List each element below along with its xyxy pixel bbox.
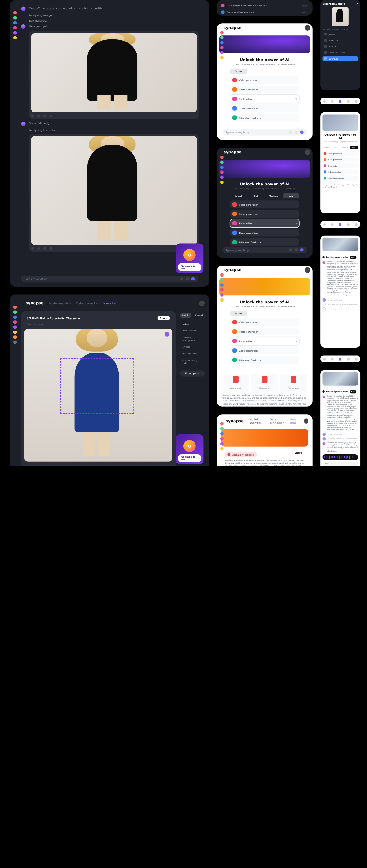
menu-upscale[interactable]: Upscale photo bbox=[180, 351, 205, 356]
export-size[interactable]: Small size bbox=[322, 38, 358, 43]
menu-removebg[interactable]: Remove background bbox=[180, 335, 205, 342]
nav-newchat[interactable]: New chat bbox=[103, 302, 116, 305]
prompt-input[interactable]: Type any anything bbox=[21, 276, 198, 282]
tool-education[interactable]: Education feedback bbox=[230, 238, 299, 246]
dot-icon[interactable] bbox=[13, 21, 17, 25]
tool-code[interactable]: Code generation bbox=[322, 169, 358, 174]
download-button[interactable]: Download bbox=[322, 56, 358, 61]
tab-create-icon[interactable] bbox=[339, 100, 342, 102]
close-icon[interactable]: ✕ bbox=[356, 2, 358, 5]
code-icon bbox=[232, 106, 237, 111]
panel-unlock-dark: synapse Unlock the power of AIMeet the s… bbox=[217, 148, 313, 258]
menu-video[interactable]: Create rating video bbox=[180, 358, 205, 365]
menu-select[interactable]: Select bbox=[180, 322, 205, 327]
nav-analytics[interactable]: Model analytics bbox=[49, 302, 71, 305]
tool-code[interactable]: Code generation bbox=[230, 229, 299, 237]
tool-photo-gen[interactable]: Photo generation bbox=[322, 157, 358, 162]
tool-video[interactable]: Video generation bbox=[230, 200, 299, 208]
crop-label: Crop the photo bbox=[25, 322, 172, 327]
canvas-image[interactable] bbox=[25, 329, 172, 462]
step-label: Generating… bbox=[322, 307, 358, 310]
export-format[interactable]: JPG file bbox=[322, 32, 358, 37]
nav-data[interactable]: Data connector bbox=[77, 302, 98, 305]
tool-education[interactable]: Education feedback bbox=[322, 175, 358, 180]
export-button[interactable]: Export photo bbox=[180, 371, 205, 377]
dot-icon[interactable] bbox=[13, 11, 17, 14]
reply-input[interactable]: Reply… bbox=[322, 461, 358, 466]
export-orientation[interactable]: Same orientation bbox=[322, 50, 358, 55]
tool-education[interactable]: Education feedback bbox=[230, 114, 299, 122]
image-card[interactable] bbox=[29, 31, 199, 120]
step-label: Editing photo bbox=[29, 19, 48, 22]
share-button[interactable]: Share bbox=[157, 316, 170, 320]
segment-control[interactable]: ExpertHighMediumLow bbox=[230, 69, 299, 74]
avatar-icon bbox=[21, 7, 26, 11]
action-icon[interactable] bbox=[50, 115, 52, 117]
action-icon[interactable] bbox=[50, 247, 52, 250]
tab-profile-icon[interactable] bbox=[355, 100, 358, 102]
menu-version[interactable]: New version bbox=[180, 328, 205, 333]
action-icon[interactable] bbox=[44, 247, 46, 250]
magic-icon[interactable] bbox=[165, 332, 169, 337]
step-label: Analyzing the text bbox=[322, 298, 358, 302]
dot-icon[interactable] bbox=[13, 16, 17, 20]
upgrade-card[interactable]: Upgrade to Pro bbox=[175, 434, 203, 464]
tab-home-icon[interactable] bbox=[323, 100, 326, 102]
send-icon[interactable] bbox=[191, 277, 195, 280]
user-message: Take off the jacket a bit and adjust to … bbox=[29, 7, 105, 11]
upgrade-card[interactable]: Upgrade to Pro bbox=[175, 243, 203, 273]
action-icon[interactable] bbox=[37, 247, 40, 250]
pdf-icon bbox=[233, 376, 238, 383]
step-label: Analyzing the data bbox=[29, 128, 55, 132]
action-icon[interactable] bbox=[37, 466, 39, 466]
dot-icon[interactable] bbox=[13, 26, 17, 29]
segment-control[interactable]: ExpertHighMediumLow bbox=[322, 146, 358, 149]
mobile-unlock: Unlock the power of AI Meet the synapse … bbox=[320, 112, 360, 213]
audio-waveform[interactable] bbox=[322, 454, 358, 460]
video-icon bbox=[323, 152, 326, 155]
share-button[interactable]: Share bbox=[292, 451, 305, 455]
unlock-sub: Meet the synapse AI on-the-app revolutio… bbox=[230, 63, 299, 65]
menu-effects[interactable]: Effects bbox=[180, 344, 205, 349]
tool-video[interactable]: Video generation bbox=[322, 151, 358, 156]
step-label: Searching for voice recommendations bbox=[322, 303, 358, 306]
prompt-placeholder: Type any anything bbox=[25, 277, 48, 280]
file-card[interactable]: file-name.pdf bbox=[222, 374, 249, 392]
hero-image bbox=[219, 160, 310, 178]
action-icon[interactable] bbox=[31, 115, 34, 117]
tab-library-icon[interactable] bbox=[347, 100, 349, 102]
upgrade-button[interactable]: Upgrade to Pro bbox=[178, 264, 201, 271]
user-avatar[interactable] bbox=[199, 301, 205, 306]
tool-code[interactable]: Code generation bbox=[230, 104, 299, 112]
action-icon[interactable] bbox=[37, 115, 40, 117]
action-icon[interactable] bbox=[44, 115, 46, 117]
action-icon[interactable] bbox=[31, 466, 33, 466]
chat-row[interactable]: List and separate the concept of animals… bbox=[221, 2, 308, 9]
hero-image bbox=[322, 115, 358, 131]
tool-photo-gen[interactable]: Photo generation bbox=[230, 86, 299, 93]
tool-photo-gen[interactable]: Photo generation bbox=[230, 210, 299, 218]
mic-icon[interactable] bbox=[186, 277, 189, 280]
tab-created[interactable]: Created bbox=[194, 313, 205, 318]
image-card[interactable] bbox=[29, 134, 199, 252]
file-card[interactable]: file-name.pdf bbox=[251, 374, 278, 392]
chat-row[interactable]: Marketing video generationEditing bbox=[221, 9, 308, 16]
brand-logo[interactable]: synapse bbox=[26, 301, 44, 306]
selection-box[interactable] bbox=[60, 358, 134, 414]
action-icon[interactable] bbox=[31, 247, 34, 250]
footer-text: Synapse is an AI on-the-app UI Kit desig… bbox=[322, 184, 358, 188]
tab-chat-icon[interactable] bbox=[331, 100, 334, 102]
canvas-area: 3D Hi-Fi Retro Futuristic Character Shar… bbox=[21, 311, 175, 466]
tool-video[interactable]: Video generation bbox=[230, 76, 299, 84]
action-icon[interactable] bbox=[25, 466, 27, 466]
dot-icon[interactable] bbox=[13, 31, 17, 34]
tool-photo-edit[interactable]: Photo editor▾ bbox=[230, 219, 299, 227]
file-card[interactable]: file-name.pdf bbox=[280, 374, 307, 392]
export-bytes[interactable]: 24.6 KB bbox=[322, 44, 358, 49]
download-icon bbox=[324, 57, 327, 60]
tool-photo-edit[interactable]: Photo editor▾ bbox=[230, 95, 299, 103]
attach-icon[interactable] bbox=[180, 277, 184, 280]
tab-builtin[interactable]: Built-in bbox=[180, 313, 191, 318]
tool-photo-edit[interactable]: Photo editor bbox=[322, 163, 358, 168]
dot-icon[interactable] bbox=[13, 36, 17, 39]
